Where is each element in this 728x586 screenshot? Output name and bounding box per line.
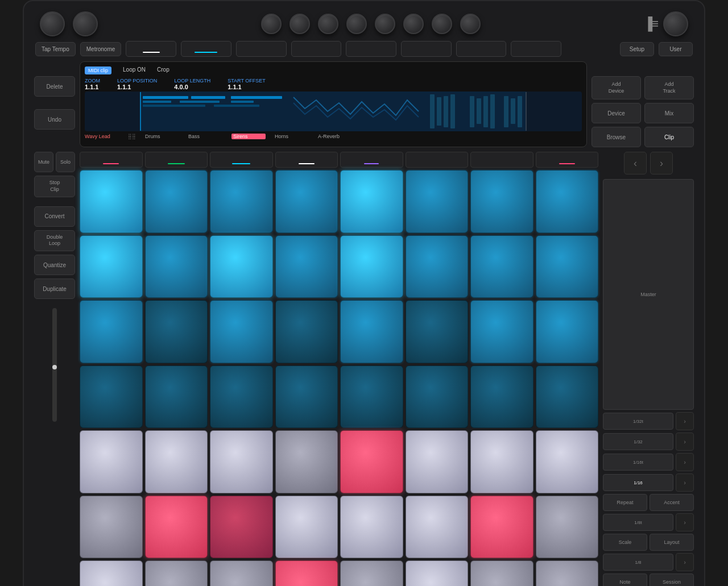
stop-clip-button[interactable]: StopClip	[34, 176, 75, 197]
pad-5-2[interactable]	[145, 430, 208, 493]
knob-5[interactable]	[375, 14, 395, 34]
user-button[interactable]: User	[659, 42, 693, 56]
knob-8[interactable]	[460, 14, 481, 34]
knob-2[interactable]	[289, 14, 310, 34]
pad-3-6[interactable]	[406, 300, 469, 363]
master-button[interactable]: Master	[603, 179, 694, 410]
pad-7-3[interactable]	[210, 560, 273, 586]
delete-button[interactable]: Delete	[34, 76, 75, 97]
knob-7[interactable]	[432, 14, 452, 34]
solo-button[interactable]: Solo	[56, 152, 75, 172]
pad-5-4[interactable]	[275, 430, 338, 493]
step-32t-nav[interactable]: ›	[676, 412, 694, 430]
scene-btn-6[interactable]	[401, 41, 452, 57]
pad-2-7[interactable]	[470, 235, 533, 298]
add-device-button[interactable]: AddDevice	[592, 76, 641, 99]
step-16t-button[interactable]: 1/16t	[603, 454, 673, 471]
pad-6-2[interactable]	[145, 496, 208, 559]
pad-5-5[interactable]	[340, 430, 403, 493]
setup-button[interactable]: Setup	[620, 42, 654, 56]
step-16-nav[interactable]: ›	[676, 473, 694, 492]
nav-left-arrow[interactable]: ‹	[624, 152, 647, 174]
note-button[interactable]: Note	[603, 573, 647, 586]
pad-6-6[interactable]	[406, 496, 469, 559]
step-8t-nav[interactable]: ›	[676, 513, 694, 531]
pad-3-8[interactable]	[536, 300, 599, 363]
pad-3-2[interactable]	[145, 300, 208, 363]
vertical-slider[interactable]	[52, 308, 57, 422]
knob-tap-tempo[interactable]	[40, 11, 65, 36]
pad-4-2[interactable]	[145, 365, 208, 429]
step-32t-button[interactable]: 1/32t	[603, 413, 673, 430]
scene-strip-btn-2[interactable]	[145, 152, 208, 168]
scene-btn-4[interactable]	[291, 41, 342, 57]
add-track-button[interactable]: AddTrack	[644, 76, 694, 99]
pad-4-6[interactable]	[406, 365, 469, 429]
pad-7-7[interactable]	[470, 560, 533, 586]
pad-2-8[interactable]	[536, 235, 599, 298]
scene-btn-3[interactable]	[236, 41, 287, 57]
pad-6-4[interactable]	[275, 496, 338, 559]
double-loop-button[interactable]: DoubleLoop	[34, 230, 75, 251]
pad-5-7[interactable]	[470, 430, 533, 493]
pad-6-3[interactable]	[210, 496, 273, 559]
pad-2-3[interactable]	[210, 235, 273, 298]
pad-4-8[interactable]	[536, 365, 599, 429]
pad-2-1[interactable]	[80, 235, 143, 298]
knob-metronome[interactable]	[73, 11, 98, 36]
step-8t-button[interactable]: 1/8t	[603, 514, 673, 531]
pad-7-5[interactable]	[340, 560, 403, 586]
scene-strip-btn-1[interactable]	[80, 152, 143, 168]
scene-btn-1[interactable]	[126, 41, 176, 57]
scene-strip-btn-5[interactable]	[340, 152, 403, 168]
pad-4-7[interactable]	[470, 365, 533, 429]
pad-3-4[interactable]	[275, 300, 338, 363]
pad-3-7[interactable]	[470, 300, 533, 363]
pad-1-5[interactable]	[340, 170, 403, 233]
scale-button[interactable]: Scale	[603, 534, 647, 551]
scene-btn-8[interactable]	[511, 41, 561, 57]
pad-6-5[interactable]	[340, 496, 403, 559]
step-16t-nav[interactable]: ›	[676, 453, 694, 471]
scene-strip-btn-3[interactable]	[210, 152, 273, 168]
pad-2-6[interactable]	[406, 235, 469, 298]
scene-btn-2[interactable]	[181, 41, 231, 57]
pad-2-5[interactable]	[340, 235, 403, 298]
duplicate-button[interactable]: Duplicate	[34, 279, 75, 299]
scene-strip-btn-8[interactable]	[536, 152, 599, 168]
pad-1-7[interactable]	[470, 170, 533, 233]
clip-button[interactable]: Clip	[644, 127, 694, 147]
layout-button[interactable]: Layout	[650, 534, 694, 551]
knob-1[interactable]	[261, 14, 282, 34]
scene-strip-btn-4[interactable]	[275, 152, 338, 168]
pad-6-7[interactable]	[470, 496, 533, 559]
pad-3-3[interactable]	[210, 300, 273, 363]
knob-6[interactable]	[403, 14, 424, 34]
pad-1-8[interactable]	[536, 170, 599, 233]
step-8-button[interactable]: 1/8	[603, 554, 673, 571]
step-32-nav[interactable]: ›	[676, 433, 694, 451]
pad-5-8[interactable]	[536, 430, 599, 493]
pad-7-1[interactable]	[80, 560, 143, 586]
pad-5-6[interactable]	[406, 430, 469, 493]
pad-7-2[interactable]	[145, 560, 208, 586]
metronome-button[interactable]: Metronome	[80, 42, 122, 56]
pad-4-4[interactable]	[275, 365, 338, 429]
browse-button[interactable]: Browse	[592, 127, 641, 147]
quantize-button[interactable]: Quantize	[34, 255, 75, 275]
repeat-button[interactable]: Repeat	[603, 494, 647, 511]
accent-button[interactable]: Accent	[650, 494, 694, 511]
undo-button[interactable]: Undo	[34, 109, 75, 130]
pad-1-4[interactable]	[275, 170, 338, 233]
pad-4-5[interactable]	[340, 365, 403, 429]
step-32-button[interactable]: 1/32	[603, 433, 673, 450]
pad-6-1[interactable]	[80, 496, 143, 559]
session-button[interactable]: Session	[650, 573, 694, 586]
pad-2-4[interactable]	[275, 235, 338, 298]
scene-strip-btn-6[interactable]	[406, 152, 469, 168]
knob-3[interactable]	[318, 14, 338, 34]
pad-1-6[interactable]	[406, 170, 469, 233]
tap-tempo-button[interactable]: Tap Tempo	[35, 42, 76, 56]
pad-5-1[interactable]	[80, 430, 143, 493]
scene-btn-7[interactable]	[456, 41, 507, 57]
